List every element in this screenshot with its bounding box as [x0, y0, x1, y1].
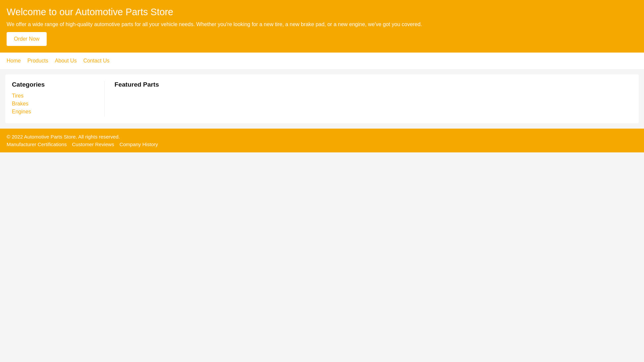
category-link-tires[interactable]: Tires: [12, 93, 23, 99]
nav-item-contact-us[interactable]: Contact Us: [83, 58, 110, 64]
category-list: TiresBrakesEngines: [12, 93, 98, 115]
featured-heading: Featured Parts: [115, 81, 632, 88]
order-now-button[interactable]: Order Now: [7, 32, 47, 46]
category-link-engines[interactable]: Engines: [12, 109, 31, 114]
footer-link-manufacturer-certifications[interactable]: Manufacturer Certifications: [7, 141, 67, 147]
main-area: Featured Parts: [105, 81, 632, 117]
header-subtitle: We offer a wide range of high-quality au…: [7, 21, 637, 27]
nav-item-home[interactable]: Home: [7, 58, 21, 64]
sidebar: Categories TiresBrakesEngines: [12, 81, 105, 117]
category-link-brakes[interactable]: Brakes: [12, 101, 28, 106]
footer-link-company-history[interactable]: Company History: [119, 141, 158, 147]
content-wrapper: Categories TiresBrakesEngines Featured P…: [5, 74, 639, 123]
header-title: Welcome to our Automotive Parts Store: [7, 7, 637, 18]
main-nav: HomeProductsAbout UsContact Us: [0, 53, 644, 69]
site-header: Welcome to our Automotive Parts Store We…: [0, 0, 644, 53]
list-item: Engines: [12, 109, 98, 115]
nav-item-products[interactable]: Products: [27, 58, 48, 64]
sidebar-heading: Categories: [12, 81, 98, 88]
footer-copyright: © 2022 Automotive Parts Store. All right…: [7, 134, 637, 140]
footer-links: Manufacturer CertificationsCustomer Revi…: [7, 141, 637, 147]
site-footer: © 2022 Automotive Parts Store. All right…: [0, 129, 644, 152]
list-item: Brakes: [12, 101, 98, 107]
footer-link-customer-reviews[interactable]: Customer Reviews: [72, 141, 114, 147]
nav-item-about-us[interactable]: About Us: [55, 58, 77, 64]
list-item: Tires: [12, 93, 98, 99]
